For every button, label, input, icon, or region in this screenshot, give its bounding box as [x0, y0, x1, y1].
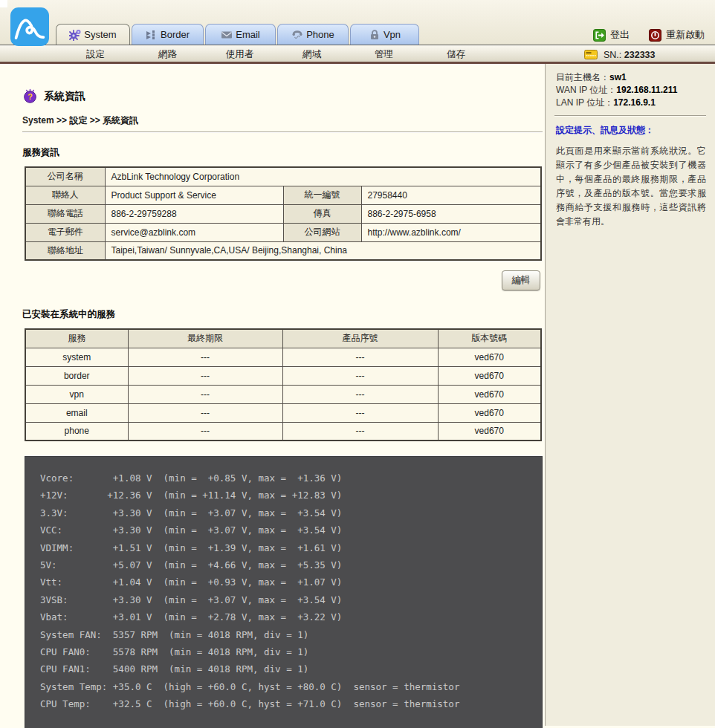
- sensor-line-system-fan: System FAN: 5357 RPM (min = 4018 RPM, di…: [40, 626, 542, 643]
- help-bulb-icon: ?: [22, 88, 38, 104]
- wan-ip-value: 192.168.11.211: [616, 85, 677, 95]
- menu-item-domain[interactable]: 網域: [276, 45, 348, 64]
- sensor-line-vcore: Vcore: +1.08 V (min = +0.85 V, max = +1.…: [40, 469, 542, 487]
- info-sidebar: 目前主機名：sw1 WAN IP 位址：192.168.11.211 LAN I…: [545, 64, 715, 726]
- tips-text: 此頁面是用來顯示當前系統狀況。它顯示了有多少個產品被安裝到了機器中，每個產品的最…: [556, 144, 706, 229]
- contact-label: 聯絡人: [25, 186, 105, 204]
- cell-serial: ---: [282, 385, 438, 403]
- tab-email[interactable]: Email: [205, 24, 276, 45]
- col-service: 服務: [25, 329, 128, 348]
- tab-vpn[interactable]: Vpn: [350, 24, 419, 45]
- tab-border-label: Border: [161, 29, 190, 40]
- col-expiry: 最終期限: [128, 329, 282, 348]
- hostname-line: 目前主機名：sw1: [556, 71, 706, 84]
- serial-tag-icon: [584, 50, 598, 59]
- tab-email-label: Email: [236, 29, 260, 40]
- menu-item-storage[interactable]: 儲存: [420, 45, 492, 64]
- menu-item-network[interactable]: 網路: [132, 45, 204, 64]
- table-row: 聯絡電話 886-2-29759288 傳真 886-2-2975-6958: [25, 204, 541, 223]
- menu-item-settings[interactable]: 設定: [59, 45, 132, 64]
- firewall-arrows-icon: [146, 29, 158, 41]
- lan-ip-label: LAN IP 位址：: [556, 97, 613, 108]
- envelope-icon: [221, 29, 233, 41]
- edit-button-row: 編輯: [22, 270, 540, 290]
- sensor-line-system-temp: System Temp: +35.0 C (high = +60.0 C, hy…: [40, 678, 542, 695]
- hostname-value: sw1: [609, 72, 627, 82]
- phone-label: 聯絡電話: [25, 204, 105, 223]
- logout-label: 登出: [610, 28, 630, 42]
- lock-icon: [369, 29, 381, 41]
- page-title: ? 系統資訊: [22, 88, 545, 104]
- address-value: Taipei,Taiwan/ Sunnyvale,CA,USA/ Beijing…: [105, 241, 541, 260]
- installed-services-heading: 已安裝在系統中的服務: [22, 308, 545, 321]
- tab-border[interactable]: Border: [132, 24, 204, 45]
- cell-service: system: [25, 348, 128, 366]
- sub-menu-bar: 設定 網路 使用者 網域 管理 儲存 SN.: 232333: [0, 45, 715, 64]
- email-value: service@azblink.com: [105, 223, 283, 241]
- cell-version: ved670: [438, 385, 541, 403]
- restart-label: 重新啟動: [666, 28, 705, 42]
- phone-value: 886-2-29759288: [105, 204, 283, 223]
- cell-version: ved670: [438, 422, 541, 441]
- address-label: 聯絡地址: [25, 241, 105, 260]
- sensor-line-5v: 5V: +5.07 V (min = +4.66 V, max = +5.35 …: [40, 556, 542, 573]
- sensor-line-3v3: 3.3V: +3.30 V (min = +3.07 V, max = +3.5…: [40, 504, 542, 521]
- menu-item-admin[interactable]: 管理: [348, 45, 420, 64]
- table-row: system --- --- ved670: [25, 348, 541, 366]
- fax-value: 886-2-2975-6958: [361, 204, 541, 223]
- cell-service: email: [25, 403, 128, 422]
- sensor-line-cpu-fan1: CPU FAN1: 5400 RPM (min = 4018 RPM, div …: [40, 660, 542, 677]
- edit-button[interactable]: 編輯: [502, 270, 540, 290]
- serial-number-label: SN.:: [604, 50, 621, 60]
- page-title-text: 系統資訊: [44, 90, 85, 103]
- website-label: 公司網站: [283, 223, 361, 241]
- table-row: border --- --- ved670: [25, 366, 541, 385]
- cell-expiry: ---: [128, 385, 282, 403]
- table-row: 聯絡地址 Taipei,Taiwan/ Sunnyvale,CA,USA/ Be…: [25, 241, 541, 260]
- table-row: 公司名稱 AzbLink Technology Corporation: [25, 167, 541, 186]
- tab-system[interactable]: System: [56, 24, 130, 45]
- restart-button[interactable]: 重新啟動: [649, 28, 705, 42]
- cell-expiry: ---: [128, 403, 282, 422]
- logout-icon: [593, 29, 606, 42]
- tab-phone[interactable]: Phone: [277, 24, 349, 45]
- sensor-line-vdimm: VDIMM: +1.51 V (min = +1.39 V, max = +1.…: [40, 539, 542, 556]
- svg-text:?: ?: [28, 92, 33, 101]
- serial-number-block: SN.: 232333: [584, 45, 656, 64]
- wan-ip-label: WAN IP 位址：: [556, 85, 616, 95]
- service-info-table: 公司名稱 AzbLink Technology Corporation 聯絡人 …: [25, 166, 542, 261]
- sidebar-divider: [554, 115, 706, 117]
- lan-ip-line: LAN IP 位址：172.16.9.1: [556, 97, 706, 109]
- menu-item-users[interactable]: 使用者: [204, 45, 276, 64]
- sensor-line-vbat: Vbat: +3.01 V (min = +2.78 V, max = +3.2…: [40, 608, 542, 625]
- col-product-serial: 產品序號: [282, 329, 438, 348]
- sensor-line-cpu-temp: CPU Temp: +32.5 C (high = +60.0 C, hyst …: [40, 695, 542, 712]
- hostname-label: 目前主機名：: [556, 72, 609, 82]
- content-area: ? 系統資訊 System >> 設定 >> 系統資訊 服務資訊 公司名稱 Az…: [0, 64, 715, 726]
- main-tab-bar: System Border: [56, 24, 419, 45]
- sensor-line-cpu-fan0: CPU FAN0: 5578 RPM (min = 4018 RPM, div …: [40, 643, 542, 660]
- azblink-logo-icon: [10, 7, 49, 46]
- col-version: 版本號碼: [438, 329, 541, 348]
- sensor-readings-terminal: Vcore: +1.08 V (min = +0.85 V, max = +1.…: [25, 456, 543, 728]
- cell-version: ved670: [438, 366, 541, 385]
- header-actions: 登出 重新啟動: [593, 28, 705, 42]
- cell-service: border: [25, 366, 128, 385]
- breadcrumb-divider: [22, 131, 543, 133]
- restart-power-icon: [649, 29, 661, 42]
- top-header-bar: System Border: [0, 0, 715, 45]
- cell-expiry: ---: [128, 422, 282, 441]
- installed-services-table: 服務 最終期限 產品序號 版本號碼 system --- --- ved670 …: [25, 328, 542, 441]
- tab-system-label: System: [84, 29, 116, 40]
- gears-icon: [69, 29, 81, 41]
- tab-phone-label: Phone: [306, 29, 334, 40]
- serial-number-value: 232333: [624, 50, 656, 60]
- table-row: phone --- --- ved670: [25, 422, 541, 441]
- taxid-value: 27958440: [361, 186, 541, 204]
- cell-version: ved670: [438, 403, 541, 422]
- logout-button[interactable]: 登出: [593, 28, 630, 42]
- sensor-line-vcc: VCC: +3.30 V (min = +3.07 V, max = +3.54…: [40, 521, 542, 539]
- table-header-row: 服務 最終期限 產品序號 版本號碼: [25, 329, 541, 348]
- menu-items: 設定 網路 使用者 網域 管理 儲存: [59, 45, 492, 64]
- service-info-heading: 服務資訊: [22, 146, 545, 159]
